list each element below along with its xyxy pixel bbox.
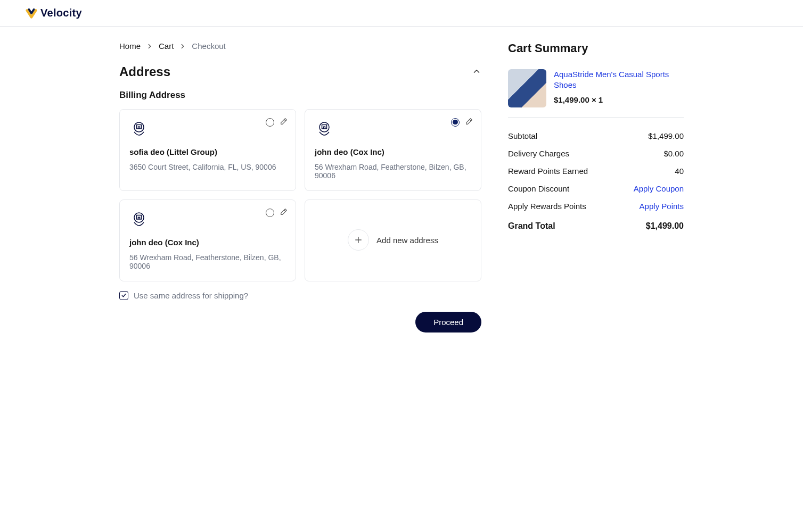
summary-value: 40 bbox=[675, 167, 684, 176]
summary-label: Apply Rewards Points bbox=[508, 202, 586, 211]
address-pin-icon bbox=[129, 210, 286, 230]
apply-coupon-link[interactable]: Apply Coupon bbox=[634, 184, 684, 193]
brand-name: Velocity bbox=[40, 7, 82, 19]
breadcrumb-current: Checkout bbox=[192, 41, 225, 51]
edit-icon bbox=[465, 117, 473, 126]
address-section-header: Address bbox=[119, 64, 481, 79]
breadcrumb-cart[interactable]: Cart bbox=[159, 41, 174, 51]
summary-row-coupon: Coupon Discount Apply Coupon bbox=[508, 180, 684, 197]
brand-logo[interactable]: Velocity bbox=[26, 7, 82, 19]
address-radio[interactable] bbox=[451, 118, 460, 127]
address-heading: Address bbox=[119, 64, 170, 79]
cart-summary-heading: Cart Summary bbox=[508, 41, 684, 55]
cart-item-thumbnail bbox=[508, 69, 546, 107]
summary-row-apply-rewards: Apply Rewards Points Apply Points bbox=[508, 197, 684, 215]
summary-row-rewards-earned: Reward Points Earned 40 bbox=[508, 162, 684, 180]
cart-summary: Cart Summary AquaStride Men's Casual Spo… bbox=[508, 41, 684, 332]
chevron-right-icon bbox=[146, 43, 153, 50]
billing-address-heading: Billing Address bbox=[119, 90, 481, 101]
brand-mark-icon bbox=[26, 7, 37, 19]
address-line: 56 Wrexham Road, Featherstone, Bilzen, G… bbox=[315, 163, 471, 180]
apply-points-link[interactable]: Apply Points bbox=[640, 202, 684, 211]
proceed-button[interactable]: Proceed bbox=[415, 312, 481, 332]
summary-value: $0.00 bbox=[663, 149, 684, 158]
add-address-label: Add new address bbox=[376, 236, 438, 245]
plus-circle-icon bbox=[348, 229, 369, 251]
edit-icon bbox=[280, 117, 288, 126]
address-pin-icon bbox=[315, 119, 471, 140]
address-line: 56 Wrexham Road, Featherstone, Bilzen, G… bbox=[129, 253, 286, 270]
same-shipping-checkbox[interactable] bbox=[119, 291, 128, 300]
summary-label: Reward Points Earned bbox=[508, 167, 588, 176]
address-card[interactable]: john deo (Cox Inc) 56 Wrexham Road, Feat… bbox=[305, 109, 481, 191]
address-card[interactable]: sofia deo (Littel Group) 3650 Court Stre… bbox=[119, 109, 296, 191]
address-name: john deo (Cox Inc) bbox=[315, 147, 471, 156]
edit-address-button[interactable] bbox=[280, 207, 288, 218]
summary-row-delivery: Delivery Charges $0.00 bbox=[508, 145, 684, 162]
edit-icon bbox=[280, 207, 288, 216]
chevron-right-icon bbox=[179, 43, 186, 50]
address-card[interactable]: john deo (Cox Inc) 56 Wrexham Road, Feat… bbox=[119, 200, 296, 281]
billing-address-grid: sofia deo (Littel Group) 3650 Court Stre… bbox=[119, 109, 481, 281]
plus-icon bbox=[354, 235, 363, 245]
summary-row-subtotal: Subtotal $1,499.00 bbox=[508, 127, 684, 145]
address-radio[interactable] bbox=[266, 118, 274, 127]
breadcrumb-home[interactable]: Home bbox=[119, 41, 141, 51]
address-pin-icon bbox=[129, 119, 286, 140]
cart-item-title[interactable]: AquaStride Men's Casual Sports Shoes bbox=[554, 69, 684, 91]
same-shipping-row[interactable]: Use same address for shipping? bbox=[119, 291, 481, 300]
cart-item-price: $1,499.00 × 1 bbox=[554, 95, 603, 104]
breadcrumb: Home Cart Checkout bbox=[119, 41, 481, 51]
address-name: john deo (Cox Inc) bbox=[129, 238, 286, 247]
collapse-toggle[interactable] bbox=[472, 66, 481, 78]
summary-label: Grand Total bbox=[508, 221, 555, 231]
address-radio[interactable] bbox=[266, 209, 274, 217]
check-icon bbox=[121, 293, 127, 298]
summary-value: $1,499.00 bbox=[648, 131, 684, 140]
summary-label: Delivery Charges bbox=[508, 149, 569, 158]
add-address-card[interactable]: Add new address bbox=[305, 200, 481, 281]
summary-value: $1,499.00 bbox=[646, 221, 684, 231]
edit-address-button[interactable] bbox=[280, 117, 288, 127]
chevron-up-icon bbox=[472, 66, 481, 76]
cart-item: AquaStride Men's Casual Sports Shoes $1,… bbox=[508, 69, 684, 118]
summary-label: Coupon Discount bbox=[508, 184, 569, 193]
address-line: 3650 Court Street, California, FL, US, 9… bbox=[129, 163, 286, 171]
same-shipping-label: Use same address for shipping? bbox=[134, 291, 248, 300]
app-header: Velocity bbox=[0, 0, 803, 27]
summary-row-grand-total: Grand Total $1,499.00 bbox=[508, 215, 684, 235]
address-name: sofia deo (Littel Group) bbox=[129, 147, 286, 156]
summary-label: Subtotal bbox=[508, 131, 537, 140]
edit-address-button[interactable] bbox=[465, 117, 473, 127]
